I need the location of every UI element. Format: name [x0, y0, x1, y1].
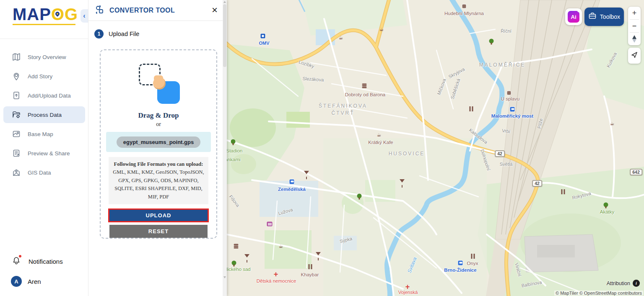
user-menu[interactable]: A Aren	[0, 272, 88, 296]
file-dropzone[interactable]: Drag & Drop or egypt_museums_point.gps F…	[100, 49, 217, 239]
app-window: MAPOG ‹ Story Overview Add Story Add/Upl…	[0, 0, 644, 296]
fuel-poi-icon	[260, 33, 266, 39]
or-label: or	[101, 121, 216, 128]
upload-button[interactable]: UPLOAD	[108, 208, 209, 222]
step-label: Upload File	[109, 31, 139, 37]
ai-tool-button[interactable]: Ai✦	[565, 8, 582, 25]
scrollbar-thumb[interactable]	[223, 4, 226, 67]
base-map-icon	[12, 129, 21, 139]
map-label: Svitava	[406, 256, 418, 274]
coffee-poi-icon: ☕	[379, 26, 384, 32]
logo-text-map: MAP	[13, 5, 51, 23]
coffee-poi-icon: ☕	[377, 132, 382, 138]
locate-button[interactable]	[628, 48, 641, 64]
map-label: Zemědělská	[278, 187, 306, 192]
sidebar-item-process-data[interactable]: Process Data	[3, 106, 85, 123]
cocktail-poi-icon	[316, 252, 321, 255]
attribution-button[interactable]: Attribution i	[607, 280, 640, 287]
map-label: Fišova	[228, 194, 240, 208]
restaurant-poi-icon	[470, 106, 471, 111]
sidebar-item-label: Story Overview	[28, 54, 66, 60]
user-name: Aren	[28, 278, 41, 285]
selected-file-box: egypt_museums_point.gps	[106, 132, 211, 152]
map-attribution: © MapTiler © OpenStreetMap contributors	[554, 291, 643, 296]
compass-button[interactable]	[628, 33, 641, 45]
map-canvas[interactable]: ☕++☕☕☕☕OMVHudební MlynárnaŘíčníMALOMĚŘIC…	[227, 0, 644, 296]
navigation-arrow-icon	[631, 51, 638, 60]
coffee-poi-icon: ☕	[610, 121, 615, 126]
restaurant-poi-icon	[471, 254, 473, 259]
selected-file-name[interactable]: egypt_museums_point.gps	[117, 136, 200, 148]
map-label: Dobroty od Barona	[345, 92, 386, 97]
map-label: MALOMĚŘICE	[479, 62, 526, 68]
drag-drop-label: Drag & Drop	[101, 111, 216, 120]
file-upload-icon	[12, 91, 21, 100]
toolbox-button[interactable]: Toolbox	[584, 8, 624, 26]
sidebar-item-gis-data[interactable]: GIS Data	[3, 164, 85, 181]
hand-icon	[153, 77, 166, 90]
logo-text-og: OG	[51, 5, 78, 23]
dot-poi-icon	[462, 4, 467, 9]
reset-button[interactable]: RESET	[109, 225, 208, 238]
sidebar-item-label: Preview & Share	[28, 150, 70, 157]
burger-poi-icon	[234, 244, 239, 245]
toolbox-label: Toolbox	[600, 13, 620, 20]
scroll-down-icon[interactable]	[223, 276, 226, 278]
convertor-icon	[94, 5, 104, 16]
map-label: ČTVRŤ	[332, 110, 355, 116]
sidebar-collapse-button[interactable]: ‹	[80, 9, 88, 23]
map-label: ánkami	[227, 157, 241, 162]
notifications-label: Notifications	[29, 258, 63, 265]
map-label: Sýpka	[339, 236, 353, 244]
tree-poi-icon	[357, 194, 362, 198]
tree-poi-icon	[489, 39, 494, 44]
compass-needle-south	[632, 39, 636, 43]
zoom-out-button[interactable]: −	[628, 20, 641, 32]
map-labels-layer: ☕++☕☕☕☕OMVHudební MlynárnaŘíčníMALOMĚŘIC…	[227, 0, 644, 296]
sidebar-item-add-story[interactable]: Add Story	[3, 68, 85, 85]
tram-poi-icon	[289, 179, 295, 185]
scroll-up-icon[interactable]	[223, 1, 226, 3]
folder-gear-icon	[12, 110, 21, 119]
map-label: Plíže	[537, 118, 544, 129]
sidebar-item-add-upload-data[interactable]: Add/Upload Data	[3, 87, 85, 104]
sparkle-icon: ✦	[577, 10, 580, 13]
sidebar-item-story-overview[interactable]: Story Overview	[3, 49, 85, 65]
map-label: Soběšická	[449, 78, 461, 100]
gis-data-icon	[12, 168, 21, 177]
map-label: Balbínova	[521, 280, 542, 288]
close-icon[interactable]: ×	[212, 5, 218, 15]
sidebar-item-preview-share[interactable]: Preview & Share	[3, 145, 85, 162]
attribution-label: Attribution	[607, 281, 630, 286]
map-label: Vrbí	[501, 128, 510, 134]
cocktail-poi-icon	[244, 254, 249, 257]
sidebar-item-label: Base Map	[28, 131, 53, 137]
coffee-poi-icon: ☕	[279, 243, 283, 249]
tree-poi-icon	[604, 203, 608, 207]
file-formats-list: GML, KML, KMZ, GeoJSON, TopoJSON, GPX, G…	[111, 168, 206, 201]
map-label: U splavu	[501, 96, 520, 101]
briefcase-icon	[588, 12, 597, 22]
map-label: ŠTEFÁNIKOVA	[319, 103, 367, 109]
coffee-poi-icon: ☕	[339, 35, 343, 41]
info-icon: i	[633, 280, 640, 287]
cocktail-poi-icon	[304, 171, 309, 174]
avatar: A	[11, 276, 22, 287]
map-label: Dolnopolní	[480, 149, 491, 171]
map-label: Kaloudova	[468, 127, 488, 144]
map-label: lického sad	[227, 267, 251, 272]
map-label: Vojenská	[398, 290, 418, 295]
map-label: Hudební Mlynárna	[444, 11, 484, 16]
zoom-in-button[interactable]: +	[628, 7, 641, 19]
panel-scrollbar[interactable]	[223, 0, 227, 296]
map-book-icon	[12, 52, 21, 62]
map-label: Říční	[501, 28, 512, 33]
app-logo: MAPOG	[13, 5, 78, 25]
map-label: Slezákova	[302, 76, 324, 82]
file-formats-heading: Following File Formats you can upload:	[111, 160, 206, 168]
burger-poi-icon	[362, 84, 367, 85]
step-number-badge: 1	[94, 29, 104, 39]
tree-poi-icon	[231, 139, 236, 144]
notifications-button[interactable]: Notifications	[0, 251, 88, 272]
sidebar-item-base-map[interactable]: Base Map	[3, 126, 85, 142]
